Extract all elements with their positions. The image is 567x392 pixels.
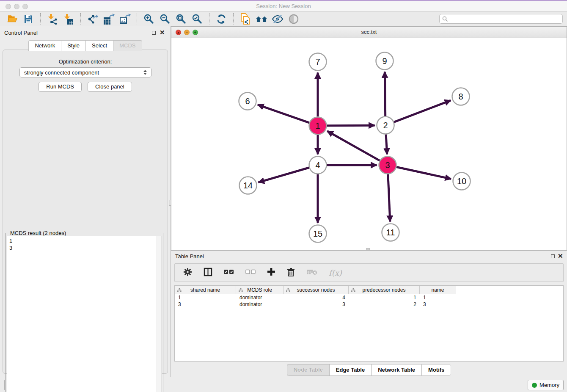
canvas-resize-handle[interactable] — [366, 248, 370, 250]
apply-layout-icon[interactable] — [215, 13, 228, 25]
cell-shared-name[interactable]: 1 — [175, 294, 236, 301]
cell-mcds-role[interactable]: dominator — [236, 294, 284, 301]
deselect-all-icon[interactable] — [245, 269, 256, 276]
select-stepper-icon — [143, 70, 147, 75]
table-row[interactable]: 1 dominator 4 1 1 — [175, 294, 563, 301]
show-all-networks-icon[interactable] — [255, 13, 268, 25]
graph-edge-2-3[interactable] — [386, 134, 387, 154]
graph-node-label-2: 2 — [383, 121, 388, 130]
save-session-icon[interactable] — [22, 13, 35, 25]
delete-table-icon[interactable] — [306, 268, 317, 277]
mcds-result-fieldset: MCDS result (2 nodes) 1 3 — [6, 233, 163, 392]
tab-mcds[interactable]: MCDS — [113, 40, 142, 51]
run-mcds-button[interactable]: Run MCDS — [39, 82, 82, 92]
search-box[interactable] — [439, 14, 563, 24]
network-graph[interactable]: 7968124314101511 — [171, 38, 567, 250]
column-header-predecessor-nodes[interactable]: predecessor nodes — [349, 286, 420, 294]
window-zoom-icon[interactable] — [22, 4, 28, 9]
open-file-icon[interactable] — [6, 13, 19, 25]
graph-edge-4-14[interactable] — [258, 168, 309, 182]
graph-node-label-4: 4 — [315, 160, 320, 170]
window-close-icon[interactable] — [6, 4, 11, 9]
close-table-panel-icon[interactable]: ✕ — [558, 252, 563, 260]
network-minimize-icon[interactable]: − — [184, 30, 190, 35]
tab-node-table[interactable]: Node Table — [287, 364, 329, 376]
add-row-icon[interactable] — [267, 268, 275, 278]
graph-edge-3-11[interactable] — [388, 174, 390, 221]
show-columns-icon[interactable] — [204, 268, 212, 278]
delete-row-icon[interactable] — [287, 268, 295, 278]
graph-node-label-14: 14 — [243, 181, 253, 190]
mcds-result-title: MCDS result (2 nodes) — [8, 230, 68, 236]
cell-mcds-role[interactable]: dominator — [236, 301, 284, 307]
graph-edge-2-8[interactable] — [394, 100, 451, 122]
import-network-icon[interactable] — [46, 13, 59, 25]
zoom-in-icon[interactable] — [143, 13, 155, 25]
network-maximize-icon[interactable]: + — [193, 30, 198, 35]
cell-predecessor-nodes[interactable]: 1 — [349, 294, 420, 301]
column-header-shared-name[interactable]: shared name — [175, 286, 236, 294]
column-header-successor-nodes[interactable]: successor nodes — [284, 286, 349, 294]
table-row[interactable]: 3 dominator 3 2 3 — [175, 301, 563, 308]
tab-style[interactable]: Style — [61, 40, 85, 51]
export-table-icon[interactable] — [102, 13, 115, 25]
graph-edge-2-9[interactable] — [385, 72, 385, 116]
window-minimize-icon[interactable] — [14, 4, 19, 9]
export-image-icon[interactable] — [118, 13, 131, 25]
network-window-titlebar[interactable]: x − + scc.txt — [171, 27, 567, 38]
result-scrollbar[interactable] — [157, 236, 162, 392]
close-panel-button[interactable]: Close panel — [88, 82, 132, 92]
tab-network[interactable]: Network — [28, 40, 61, 51]
cell-name[interactable]: 3 — [420, 301, 456, 307]
table-panel-title: Table Panel — [175, 253, 204, 259]
optimization-criterion-value: strongly connected component — [24, 69, 99, 76]
graph-edge-3-1[interactable] — [327, 131, 380, 161]
zoom-out-icon[interactable] — [159, 13, 171, 25]
duplicate-network-icon[interactable] — [239, 13, 252, 25]
graph-node-label-11: 11 — [386, 228, 395, 237]
graph-node-label-10: 10 — [457, 177, 466, 186]
tab-select[interactable]: Select — [85, 40, 113, 51]
graph-edge-1-6[interactable] — [258, 105, 309, 122]
toolbar-separator — [209, 13, 209, 25]
hide-panels-icon[interactable] — [271, 13, 284, 25]
optimization-criterion-select[interactable]: strongly connected component — [19, 67, 151, 77]
export-network-icon[interactable] — [86, 13, 99, 25]
mcds-panel: Optimization criterion: strongly connect… — [3, 50, 168, 374]
zoom-fit-icon[interactable] — [175, 13, 187, 25]
graph-node-label-6: 6 — [245, 97, 250, 106]
node-table[interactable]: shared name MCDS role successor nodes pr… — [174, 285, 564, 362]
network-close-icon[interactable]: x — [176, 30, 181, 35]
graph-edge-1-2[interactable] — [327, 125, 374, 126]
float-panel-icon[interactable] — [152, 31, 156, 35]
tab-network-table[interactable]: Network Table — [371, 364, 421, 376]
network-canvas[interactable]: 7968124314101511 — [171, 38, 567, 250]
memory-status-icon — [532, 383, 537, 388]
tab-edge-table[interactable]: Edge Table — [329, 364, 371, 376]
memory-button[interactable]: Memory — [528, 380, 564, 390]
cell-shared-name[interactable]: 3 — [175, 301, 236, 307]
cell-successor-nodes[interactable]: 3 — [284, 301, 349, 307]
cell-successor-nodes[interactable]: 4 — [284, 294, 349, 301]
birds-eye-view-icon[interactable] — [287, 13, 300, 25]
table-tabs: Node Table Edge Table Network Table Moti… — [171, 364, 567, 376]
column-header-mcds-role[interactable]: MCDS role — [236, 286, 284, 294]
select-all-icon[interactable] — [224, 269, 234, 276]
settings-gear-icon[interactable] — [183, 268, 192, 278]
import-table-icon[interactable] — [62, 13, 75, 25]
mcds-result-line: 3 — [9, 244, 160, 251]
graph-edge-3-10[interactable] — [396, 167, 451, 179]
search-input[interactable] — [450, 15, 560, 23]
graph-node-label-3: 3 — [385, 160, 390, 170]
tab-motifs[interactable]: Motifs — [421, 364, 451, 376]
column-header-name[interactable]: name — [420, 286, 456, 294]
cell-name[interactable]: 1 — [420, 294, 456, 301]
cell-predecessor-nodes[interactable]: 2 — [349, 301, 420, 307]
float-table-panel-icon[interactable] — [551, 254, 555, 258]
close-panel-icon[interactable]: ✕ — [160, 29, 165, 36]
graph-node-label-15: 15 — [313, 229, 322, 238]
zoom-selected-icon[interactable] — [191, 13, 204, 25]
toolbar-separator — [40, 13, 41, 25]
mcds-result-textarea[interactable]: 1 3 — [7, 236, 162, 392]
graph-node-label-8: 8 — [458, 92, 463, 101]
